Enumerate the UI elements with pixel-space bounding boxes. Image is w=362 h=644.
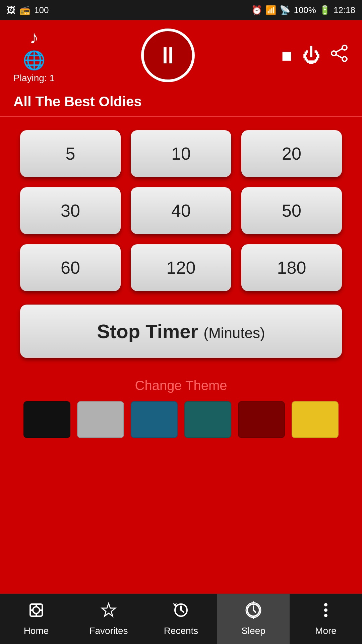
timer-btn-50[interactable]: 50	[241, 187, 342, 234]
time-display: 12:18	[334, 5, 355, 15]
nav-favorites[interactable]: Favorites	[72, 594, 145, 644]
gallery-icon: 🖼	[7, 5, 15, 15]
stop-icon[interactable]: ■	[281, 45, 292, 66]
nav-recents[interactable]: Recents	[145, 594, 217, 644]
theme-color-teal[interactable]	[184, 401, 231, 438]
stop-timer-main-label: Stop Timer	[97, 320, 198, 342]
timer-btn-20[interactable]: 20	[241, 130, 342, 177]
favorites-label: Favorites	[89, 626, 128, 636]
status-left: 🖼 📻 100	[7, 5, 49, 15]
timer-btn-5[interactable]: 5	[20, 130, 121, 177]
sleep-label: Sleep	[241, 626, 265, 636]
theme-color-black[interactable]	[23, 401, 70, 438]
pause-icon: ⏸	[156, 44, 180, 67]
bottom-nav: Home Favorites Recents	[0, 594, 362, 644]
home-label: Home	[24, 626, 49, 636]
theme-color-yellow[interactable]	[292, 401, 339, 438]
signal-count: 100	[34, 5, 49, 15]
theme-color-gray[interactable]	[77, 401, 124, 438]
svg-line-4	[336, 55, 342, 58]
status-bar: 🖼 📻 100 ⏰ 📶 📡 100% 🔋 12:18	[0, 0, 362, 20]
nav-home[interactable]: Home	[0, 594, 72, 644]
svg-point-17	[324, 603, 327, 606]
theme-color-blue[interactable]	[131, 401, 178, 438]
change-theme-label: Change Theme	[20, 378, 342, 393]
svg-point-0	[342, 45, 347, 50]
timer-btn-40[interactable]: 40	[131, 187, 231, 234]
recents-label: Recents	[164, 626, 198, 636]
globe-icon[interactable]: 🌐	[23, 50, 45, 71]
playing-label: Playing: 1	[13, 73, 55, 84]
timer-btn-30[interactable]: 30	[20, 187, 121, 234]
music-icon[interactable]: ♪	[29, 27, 39, 48]
svg-line-3	[336, 49, 342, 52]
timer-btn-10[interactable]: 10	[131, 130, 231, 177]
pause-button[interactable]: ⏸	[141, 29, 195, 82]
theme-color-dark-red[interactable]	[238, 401, 285, 438]
recents-icon	[172, 601, 190, 623]
timer-btn-180[interactable]: 180	[241, 244, 342, 291]
header-right: ■ ⏻	[281, 44, 349, 66]
signal-icon: 📡	[280, 5, 290, 15]
svg-point-1	[331, 51, 336, 56]
stop-timer-sub-label: (Minutes)	[203, 325, 265, 341]
sleep-icon	[245, 601, 262, 623]
nav-sleep[interactable]: Sleep	[217, 594, 290, 644]
wifi-icon: 📶	[265, 5, 276, 15]
favorites-icon	[100, 601, 117, 623]
svg-point-2	[342, 57, 347, 61]
battery-label: 100%	[294, 5, 316, 15]
home-icon	[27, 601, 45, 623]
share-icon[interactable]	[330, 44, 349, 66]
svg-point-19	[324, 614, 327, 617]
stop-timer-button[interactable]: Stop Timer (Minutes)	[20, 305, 342, 358]
header: ♪ 🌐 Playing: 1 ⏸ ■ ⏻	[0, 20, 362, 90]
svg-point-6	[33, 607, 40, 613]
nav-more[interactable]: More	[290, 594, 362, 644]
svg-marker-11	[102, 603, 115, 616]
battery-icon: 🔋	[319, 5, 330, 15]
theme-colors	[20, 401, 342, 438]
alarm-status-icon: ⏰	[251, 5, 262, 15]
timer-grid: 5 10 20 30 40 50 60 120 180	[20, 130, 342, 291]
station-name: All The Best Oldies	[0, 90, 362, 117]
timer-btn-120[interactable]: 120	[131, 244, 231, 291]
timer-btn-60[interactable]: 60	[20, 244, 121, 291]
svg-point-18	[324, 608, 327, 612]
power-icon[interactable]: ⏻	[302, 45, 320, 66]
more-icon	[317, 601, 335, 623]
change-theme-section: Change Theme	[20, 378, 342, 438]
more-label: More	[315, 626, 337, 636]
status-right: ⏰ 📶 📡 100% 🔋 12:18	[251, 5, 355, 15]
radio-icon: 📻	[19, 5, 30, 15]
main-content: 5 10 20 30 40 50 60 120 180 Stop Timer (…	[0, 117, 362, 451]
header-left: ♪ 🌐 Playing: 1	[13, 27, 55, 84]
